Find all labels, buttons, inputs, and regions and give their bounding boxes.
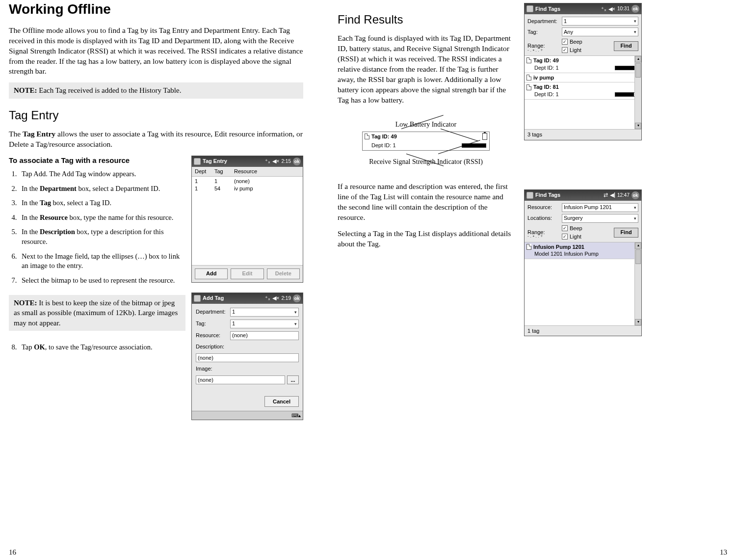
select-value: Any [564,28,573,36]
input-image[interactable]: (none) [196,375,285,384]
heading-working-offline: Working Offline [9,0,303,19]
list-item[interactable]: Tag ID: 49 Dept ID: 1 [525,56,641,73]
list-item-selected[interactable]: Infusion Pump 1201 Model 1201 Infusion P… [525,242,641,260]
checkbox-label: Beep [570,225,582,232]
table-header: Dept Tag Resource [192,167,303,177]
text-frag: In the [22,228,40,236]
status-footer: 1 tag [525,325,641,336]
select-value: Surgery [564,214,583,222]
bold-ok: OK [34,343,45,351]
checkbox-beep[interactable]: ✓Beep [562,225,611,232]
table-row[interactable]: 1 1 (none) [195,178,300,185]
signal-icon: ⇄ [604,191,608,199]
scroll-thumb[interactable] [635,249,641,264]
pda-title: Tag Entry [203,158,263,165]
select-tag[interactable]: Any [562,27,638,36]
keyboard-icon[interactable]: ⌨▴ [291,412,301,419]
label-locations: Locations: [527,214,559,222]
scrollbar[interactable]: ▴ ▾ [634,56,641,129]
item-title: Tag ID: 81 [533,83,559,91]
input-resource[interactable]: (none) [230,331,299,340]
text-frag: In the [22,213,40,221]
scroll-down-icon[interactable]: ▾ [635,123,641,129]
add-button[interactable]: Add [195,268,228,279]
label-image: Image: [196,365,299,373]
pda-titlebar: Find Tags ⁺ₓ ◀× 10:31 ok [525,3,641,14]
list-item[interactable]: Tag ID: 81 Dept ID: 1 [525,82,641,100]
ellipsis-button[interactable]: ... [287,375,299,384]
text-frag: box, type the name for this resource. [68,213,173,221]
cell: iv pump [234,185,253,192]
table-row[interactable]: 1 54 iv pump [195,185,300,192]
pda-titlebar: Find Tags ⇄ ◀ǀ 12:47 ok [525,190,641,201]
ok-button[interactable]: ok [293,294,301,302]
select-tag[interactable]: 1 [230,320,299,328]
pda-time: 10:31 [617,5,630,12]
scrollbar[interactable]: ▴ ▾ [634,242,641,325]
edit-button[interactable]: Edit [231,268,263,279]
pda-add-tag: Add Tag ⁺ₓ ◀× 2:19 ok Department: 1 Tag:… [191,293,303,421]
windows-flag-icon [526,5,533,12]
range-slider[interactable]: - . ▪ . . + [527,233,638,239]
range-slider[interactable]: - . ▪ . . + [527,47,638,53]
pda-title: Add Tag [203,294,263,302]
para-offline-intro: The Offline mode allows you to find a Ta… [9,26,303,77]
col-resource: Resource [234,168,257,175]
tag-list: Infusion Pump 1201 Model 1201 Infusion P… [525,242,641,325]
label-tag: Tag: [527,28,559,36]
input-value: (none) [198,376,213,384]
note-label: NOTE: [14,86,37,94]
text-frag: The [9,130,23,138]
select-locations[interactable]: Surgery [562,214,638,223]
windows-flag-icon [194,295,201,302]
label-tag: Tag: [196,320,227,327]
bold-description: Description [40,228,75,236]
tag-list: Tag ID: 49 Dept ID: 1 iv pump Tag ID: 81… [525,55,641,129]
list-item[interactable]: iv pump [525,73,641,83]
text-frag: , to save the Tag/resource association. [45,343,153,351]
scroll-thumb[interactable] [635,63,641,78]
scroll-down-icon[interactable]: ▾ [635,319,641,325]
status-footer: 3 tags [525,129,641,140]
pda-titlebar: Add Tag ⁺ₓ ◀× 2:19 ok [192,293,303,304]
item-sub: Model 1201 Infusion Pump [534,250,599,258]
ok-button[interactable]: ok [631,191,639,199]
heading-tag-entry: Tag Entry [9,107,303,123]
callout-low-battery: Low Battery Indicator [338,120,514,130]
cell: 1 [214,178,234,185]
rssi-bar [462,143,486,148]
text-frag: box, select a Tag ID. [51,199,111,207]
checkbox-beep[interactable]: ✓Beep [562,38,611,46]
col-tag: Tag [214,168,234,175]
item-title: iv pump [533,74,554,81]
input-value: (none) [232,332,248,339]
pda-title: Find Tags [535,191,602,199]
note-text: It is best to keep the size of the bitma… [14,299,178,327]
text-frag: box, select a Department ID. [77,185,160,192]
pda-tag-entry: Tag Entry ⁺ₓ ◀× 2:15 ok Dept Tag Resourc… [191,156,303,283]
bold-department: Department [40,185,77,192]
item-title: Infusion Pump 1201 [533,243,584,251]
document-icon [526,84,531,90]
ok-button[interactable]: ok [293,158,301,165]
delete-button[interactable]: Delete [267,268,300,279]
select-value: 1 [232,320,235,327]
input-description[interactable]: (none) [196,353,299,363]
cancel-button[interactable]: Cancel [264,396,299,407]
ok-button[interactable]: ok [631,5,639,13]
scroll-up-icon[interactable]: ▴ [635,242,641,249]
label-department: Department: [527,18,559,25]
note-label: NOTE: [14,299,37,307]
label-department: Department: [196,308,227,316]
input-value: (none) [198,354,213,362]
callout-dept: Dept ID: 1 [371,142,396,149]
row-resource: Resource: (none) [196,331,299,340]
select-resource[interactable]: Infusion Pump 1201 [562,203,638,212]
para-find-intro: Each Tag found is displayed with its Tag… [338,33,514,105]
checkbox-label: Beep [570,38,582,46]
document-icon [365,133,369,139]
select-department[interactable]: 1 [562,17,638,26]
note-text: Each Tag received is added to the Histor… [37,86,182,94]
scroll-up-icon[interactable]: ▴ [635,56,641,62]
select-department[interactable]: 1 [230,308,299,317]
